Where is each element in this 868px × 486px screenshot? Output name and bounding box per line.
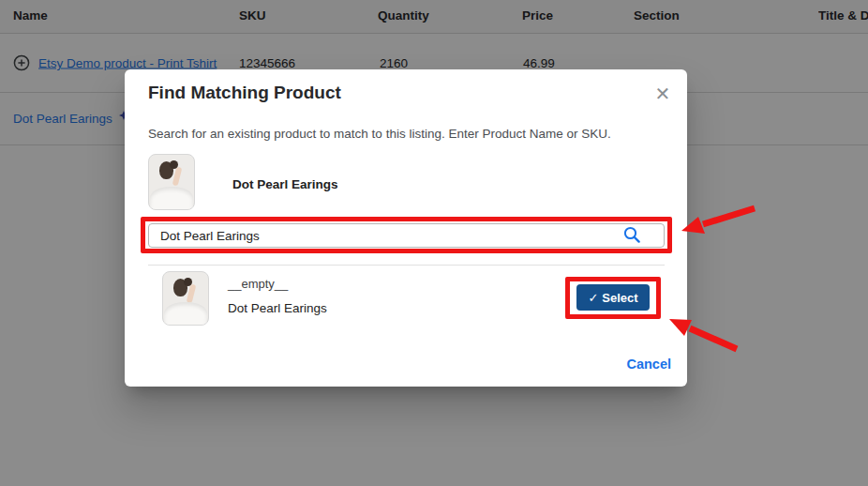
dialog-description: Search for an existing product to match … [148, 127, 611, 141]
check-icon: ✓ [588, 291, 598, 305]
search-input[interactable] [148, 223, 665, 248]
result-product-name: Dot Pearl Earings [228, 301, 327, 315]
result-sku: __empty__ [228, 277, 288, 291]
select-button-label: Select [602, 291, 637, 305]
product-thumbnail [148, 154, 195, 210]
select-button[interactable]: ✓ Select [576, 284, 650, 311]
close-icon[interactable]: ✕ [651, 83, 674, 105]
cancel-button[interactable]: Cancel [626, 357, 671, 372]
search-icon[interactable] [621, 224, 642, 245]
current-product-name: Dot Pearl Earings [232, 177, 338, 191]
result-thumbnail [162, 271, 209, 326]
find-matching-product-dialog: Find Matching Product ✕ Search for an ex… [125, 69, 687, 387]
results-divider [148, 265, 665, 266]
dialog-title: Find Matching Product [148, 83, 341, 103]
